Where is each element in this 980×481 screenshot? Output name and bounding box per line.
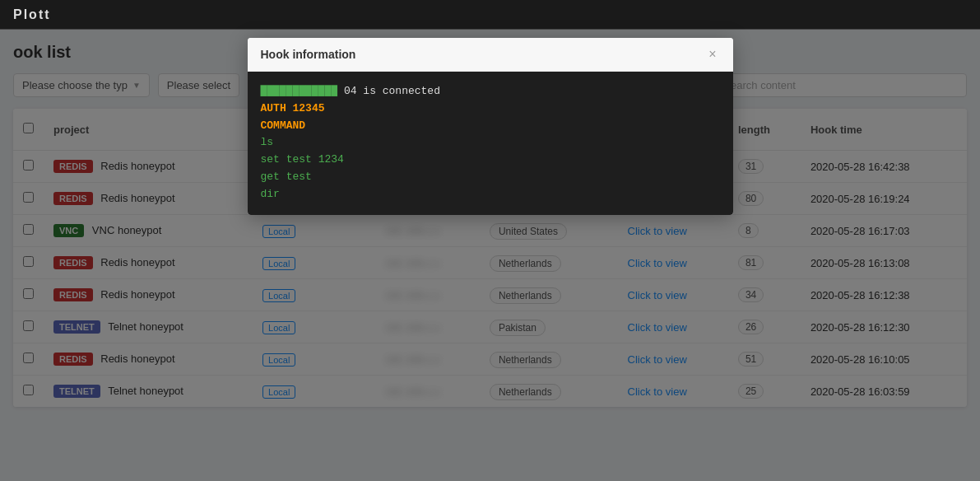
close-icon[interactable]: ×: [705, 46, 719, 63]
terminal-suffix: 04 is connected: [344, 85, 440, 97]
modal-body: ████████████ 04 is connected AUTH 12345C…: [248, 72, 733, 215]
terminal-line: dir: [261, 186, 720, 203]
terminal-connection-line: ████████████ 04 is connected: [261, 83, 720, 100]
hook-info-modal: Hook information × ████████████ 04 is co…: [248, 38, 733, 215]
modal-header: Hook information ×: [248, 38, 733, 72]
terminal-line: COMMAND: [261, 118, 720, 135]
terminal-line: ls: [261, 134, 720, 152]
terminal-line: set test 1234: [261, 152, 720, 169]
terminal-line: get test: [261, 169, 720, 186]
topbar: Plott: [0, 0, 980, 30]
modal-title: Hook information: [261, 48, 356, 61]
terminal-content: AUTH 12345COMMANDlsset test 1234get test…: [261, 100, 720, 203]
terminal-line: AUTH 12345: [261, 100, 720, 118]
terminal-ip: ████████████: [261, 85, 338, 97]
logo: Plott: [13, 7, 51, 22]
